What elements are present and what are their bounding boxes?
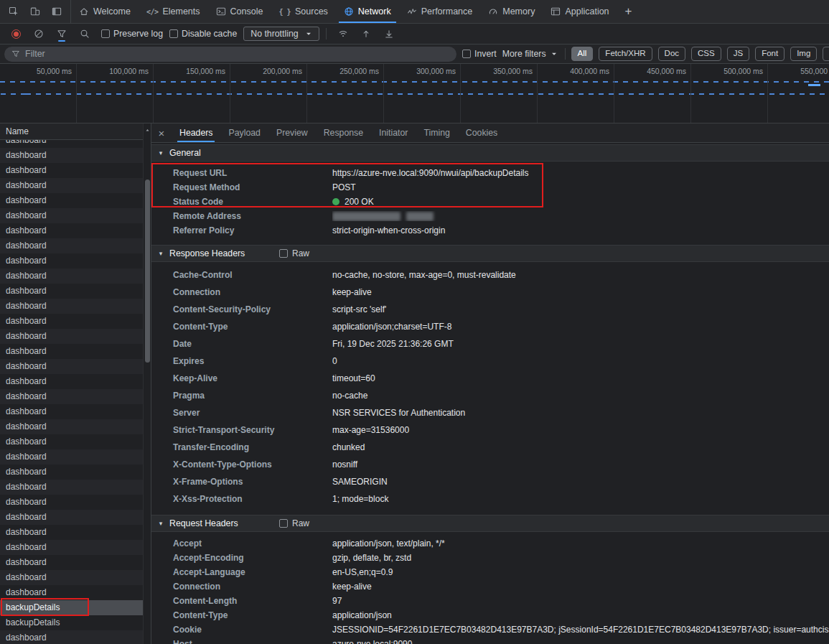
- collapse-arrow-icon[interactable]: ▾: [157, 149, 164, 157]
- request-row[interactable]: dashboard: [0, 359, 143, 374]
- disable-cache-checkbox[interactable]: [169, 29, 178, 38]
- invert-toggle[interactable]: Invert: [462, 49, 497, 59]
- request-row[interactable]: dashboard: [0, 510, 143, 525]
- collapse-arrow-icon[interactable]: ▾: [157, 250, 164, 257]
- request-row[interactable]: dashboard: [0, 449, 143, 465]
- request-row[interactable]: dashboard: [0, 163, 143, 178]
- inspect-icon[interactable]: [4, 2, 24, 21]
- filter-type-all[interactable]: All: [571, 47, 594, 61]
- chevron-down-icon: [304, 29, 314, 39]
- raw-toggle[interactable]: Raw: [279, 518, 309, 528]
- section-header-request-headers[interactable]: ▾Request HeadersRaw: [151, 515, 829, 532]
- request-row[interactable]: dashboard: [0, 525, 143, 540]
- header-name: Accept-Encoding: [151, 553, 332, 563]
- header-value: Fri, 19 Dec 2025 21:36:26 GMT: [332, 339, 829, 349]
- request-row[interactable]: dashboard: [0, 585, 143, 600]
- filter-type-media[interactable]: Media: [823, 47, 829, 61]
- clear-icon[interactable]: [29, 24, 49, 43]
- network-overview-timeline[interactable]: 50,000 ms100,000 ms150,000 ms200,000 ms2…: [0, 64, 829, 123]
- request-row[interactable]: dashboard: [0, 344, 143, 359]
- filter-type-fetch-xhr[interactable]: Fetch/XHR: [599, 47, 652, 61]
- section-header-response-headers[interactable]: ▾Response HeadersRaw: [151, 245, 829, 262]
- header-name: Cookie: [151, 625, 332, 635]
- request-row[interactable]: backupDetails: [0, 600, 143, 615]
- request-row[interactable]: dashboard: [0, 495, 143, 510]
- import-har-icon[interactable]: [356, 24, 376, 43]
- disable-cache-toggle[interactable]: Disable cache: [169, 29, 237, 39]
- request-row[interactable]: dashboard: [0, 208, 143, 223]
- scroll-up-icon[interactable]: [144, 127, 151, 134]
- request-row[interactable]: dashboard: [0, 540, 143, 555]
- tab-application[interactable]: Application: [543, 0, 617, 23]
- detail-tab-cookies[interactable]: Cookies: [458, 123, 505, 142]
- throttling-dropdown[interactable]: No throttling: [243, 27, 319, 41]
- request-row[interactable]: dashboard: [0, 555, 143, 570]
- request-row[interactable]: dashboard: [0, 284, 143, 299]
- request-row[interactable]: backupDetails: [0, 615, 143, 630]
- filter-type-font[interactable]: Font: [755, 47, 784, 61]
- request-row[interactable]: dashboard: [0, 178, 143, 193]
- filter-input[interactable]: [25, 49, 449, 59]
- detail-tab-preview[interactable]: Preview: [268, 123, 316, 142]
- export-har-icon[interactable]: [379, 24, 399, 43]
- header-name: Pragma: [151, 391, 332, 401]
- preserve-log-toggle[interactable]: Preserve log: [101, 29, 163, 39]
- raw-checkbox[interactable]: [279, 249, 288, 258]
- dock-side-icon[interactable]: [47, 2, 67, 21]
- collapse-arrow-icon[interactable]: ▾: [157, 520, 164, 527]
- request-row[interactable]: dashboard: [0, 314, 143, 329]
- raw-checkbox[interactable]: [279, 519, 288, 528]
- request-row[interactable]: dashboard: [0, 570, 143, 585]
- detail-tab-initiator[interactable]: Initiator: [371, 123, 416, 142]
- request-row[interactable]: dashboard: [0, 269, 143, 284]
- filter-type-css[interactable]: CSS: [691, 47, 721, 61]
- tab-console[interactable]: Console: [208, 0, 271, 23]
- close-details-button[interactable]: ×: [151, 127, 172, 139]
- record-icon[interactable]: [6, 24, 26, 43]
- filter-type-img[interactable]: Img: [790, 47, 817, 61]
- header-name: Request Method: [151, 182, 332, 192]
- filter-funnel-icon[interactable]: [52, 24, 72, 43]
- request-row[interactable]: dashboard: [0, 630, 143, 644]
- request-row[interactable]: dashboard: [0, 253, 143, 269]
- tab-performance[interactable]: Performance: [399, 0, 481, 23]
- more-tools-button[interactable]: +: [619, 2, 639, 21]
- filter-type-js[interactable]: JS: [727, 47, 749, 61]
- scrollbar-thumb[interactable]: [145, 179, 150, 363]
- devtools-window: Welcome</>ElementsConsole{ }SourcesNetwo…: [0, 0, 829, 644]
- tab-network[interactable]: Network: [336, 0, 399, 23]
- invert-checkbox[interactable]: [462, 50, 471, 58]
- name-column-header[interactable]: Name: [0, 123, 151, 140]
- request-row[interactable]: dashboard: [0, 465, 143, 480]
- network-conditions-icon[interactable]: [333, 24, 353, 43]
- device-toolbar-icon[interactable]: [25, 2, 45, 21]
- search-icon[interactable]: [75, 24, 95, 43]
- request-row[interactable]: dashboard: [0, 299, 143, 314]
- detail-tab-headers[interactable]: Headers: [172, 123, 220, 142]
- request-row[interactable]: dashboard: [0, 329, 143, 344]
- request-row[interactable]: dashboard: [0, 193, 143, 208]
- tab-sources[interactable]: { }Sources: [271, 0, 335, 23]
- request-row[interactable]: dashboard: [0, 223, 143, 238]
- raw-toggle[interactable]: Raw: [279, 248, 309, 258]
- request-row[interactable]: dashboard: [0, 480, 143, 495]
- request-row[interactable]: dashboard: [0, 148, 143, 163]
- detail-tab-timing[interactable]: Timing: [416, 123, 457, 142]
- header-value: application/json, text/plain, */*: [332, 538, 829, 549]
- detail-tab-payload[interactable]: Payload: [220, 123, 268, 142]
- tab-welcome[interactable]: Welcome: [71, 0, 139, 23]
- preserve-log-checkbox[interactable]: [101, 29, 110, 38]
- request-row[interactable]: dashboard: [0, 434, 143, 449]
- tab-memory[interactable]: Memory: [480, 0, 543, 23]
- request-row[interactable]: dashboard: [0, 404, 143, 419]
- detail-tab-response[interactable]: Response: [316, 123, 371, 142]
- request-row[interactable]: dashboard: [0, 389, 143, 404]
- request-row[interactable]: dashboard: [0, 238, 143, 253]
- request-row[interactable]: dashboard: [0, 374, 143, 389]
- filter-type-doc[interactable]: Doc: [658, 47, 685, 61]
- more-filters-dropdown[interactable]: More filters: [502, 49, 559, 59]
- tab-elements[interactable]: </>Elements: [139, 0, 208, 23]
- request-list-scrollbar[interactable]: [143, 123, 151, 644]
- section-header-general[interactable]: ▾General: [151, 144, 829, 162]
- request-row[interactable]: dashboard: [0, 419, 143, 434]
